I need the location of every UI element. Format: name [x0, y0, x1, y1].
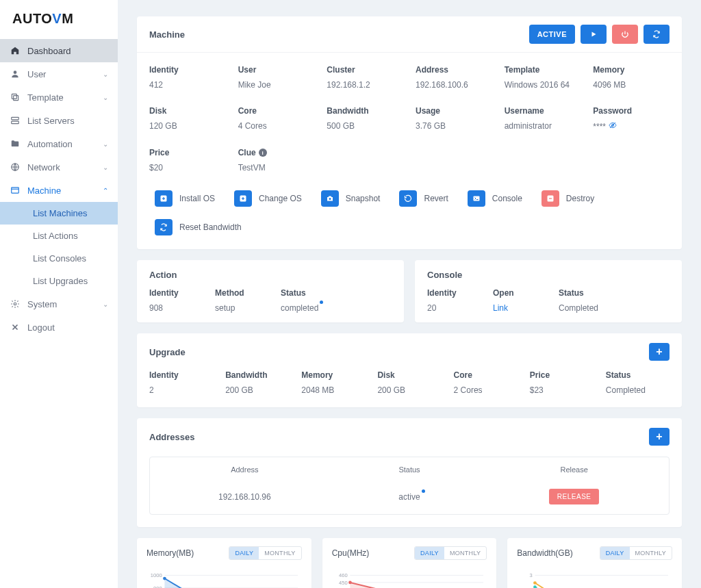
chart-range-toggle[interactable]: DAILYMONTHLY: [600, 546, 672, 560]
action-reset-bandwidth[interactable]: Reset Bandwidth: [155, 219, 242, 235]
chart-range-toggle[interactable]: DAILYMONTHLY: [229, 546, 301, 560]
action-install-os[interactable]: Install OS: [155, 190, 215, 207]
eye-icon[interactable]: [608, 122, 617, 131]
sidebar: AUTOVM Dashboard User ⌄ Template ⌄ List …: [0, 0, 118, 588]
prop-user-value: Mike Joe: [238, 80, 315, 90]
prop-memory-value: 4096 MB: [593, 80, 670, 90]
svg-text:450: 450: [339, 580, 348, 586]
refresh-button[interactable]: [643, 25, 670, 44]
prop-cluster-label: Cluster: [327, 65, 403, 75]
svg-rect-1: [14, 96, 18, 101]
window-icon: [10, 185, 21, 196]
plus-icon: [155, 190, 173, 207]
svg-text:800: 800: [153, 585, 162, 588]
action-change-os[interactable]: Change OS: [234, 190, 302, 207]
prop-disk-value: 120 GB: [149, 121, 226, 131]
subnav-list-consoles[interactable]: List Consoles: [0, 247, 118, 270]
prop-bandwidth-value: 500 GB: [327, 121, 403, 131]
nav-dashboard[interactable]: Dashboard: [0, 39, 118, 62]
chevron-down-icon: ⌄: [103, 301, 108, 308]
nav-system[interactable]: System ⌄: [0, 292, 118, 316]
prop-core-value: 4 Cores: [238, 121, 315, 131]
prop-core-label: Core: [238, 106, 315, 116]
addresses-title: Addresses: [149, 432, 194, 442]
copy-icon: [10, 92, 21, 103]
add-upgrade-button[interactable]: +: [649, 343, 670, 361]
address-row: 192.168.10.96 active RELEASE: [150, 482, 669, 514]
svg-text:1000: 1000: [151, 572, 162, 578]
nav-machine[interactable]: Machine ⌃: [0, 179, 118, 202]
server-icon: [10, 115, 21, 126]
chevron-down-icon: ⌄: [103, 140, 108, 148]
chevron-up-icon: ⌃: [103, 187, 108, 194]
action-snapshot[interactable]: Snapshot: [321, 190, 381, 207]
chart-range-toggle[interactable]: DAILYMONTHLY: [414, 546, 487, 560]
prop-price-label: Price: [149, 148, 226, 157]
status-active-button[interactable]: ACTIVE: [529, 25, 575, 44]
machine-card: Machine ACTIVE Identity412 UserMike Joe …: [137, 16, 682, 249]
prop-usage-value: 3.76 GB: [416, 121, 492, 131]
console-link[interactable]: Link: [493, 303, 508, 313]
svg-point-76: [533, 581, 537, 585]
nav-label: Network: [27, 162, 60, 172]
prop-identity-label: Identity: [149, 65, 226, 75]
logo: AUTOVM: [0, 11, 118, 39]
prop-disk-label: Disk: [149, 106, 226, 116]
address-value: 192.168.10.96: [162, 492, 327, 502]
nav-label: Automation: [27, 139, 73, 149]
svg-rect-2: [12, 94, 16, 99]
prop-template-label: Template: [505, 65, 581, 75]
chart-memory: Memory(MB) DAILYMONTHLY 2004006008001000…: [137, 538, 311, 588]
svg-point-52: [348, 581, 352, 585]
svg-rect-3: [12, 117, 19, 120]
subnav-list-upgrades[interactable]: List Upgrades: [0, 270, 118, 292]
power-button[interactable]: [612, 25, 638, 44]
release-button[interactable]: RELEASE: [549, 489, 600, 504]
chart-bandwidth: Bandwidth(GB) DAILYMONTHLY 01231234 Sent…: [507, 538, 682, 588]
prop-clue-label: Cluei: [238, 148, 315, 157]
nav-automation[interactable]: Automation ⌄: [0, 132, 118, 155]
action-console[interactable]: Console: [468, 190, 522, 207]
nav-network[interactable]: Network ⌄: [0, 155, 118, 179]
svg-point-28: [163, 577, 166, 580]
user-icon: [10, 68, 21, 79]
add-address-button[interactable]: +: [649, 428, 670, 446]
subnav-list-actions[interactable]: List Actions: [0, 225, 118, 247]
prop-template-value: Windows 2016 64: [505, 80, 581, 90]
address-status: active: [398, 492, 420, 502]
info-icon[interactable]: i: [259, 149, 267, 157]
svg-rect-12: [473, 196, 479, 201]
nav-label: Template: [27, 92, 64, 103]
action-destroy[interactable]: Destroy: [541, 190, 594, 207]
nav-user[interactable]: User ⌄: [0, 62, 118, 86]
logo-text-3: M: [62, 11, 73, 26]
action-panel-title: Action: [149, 270, 392, 280]
home-icon: [10, 45, 21, 56]
chart-memory-title: Memory(MB): [146, 548, 194, 558]
nav-template[interactable]: Template ⌄: [0, 86, 118, 109]
svg-point-7: [14, 303, 16, 305]
nav-list-servers[interactable]: List Servers: [0, 109, 118, 132]
main-content: Machine ACTIVE Identity412 UserMike Joe …: [118, 0, 701, 588]
chart-bandwidth-title: Bandwidth(GB): [517, 548, 572, 558]
logo-text-2: V: [52, 11, 62, 26]
svg-rect-6: [12, 188, 19, 193]
action-panel: Action Identity908 Methodsetup Statuscom…: [137, 260, 404, 322]
chevron-down-icon: ⌄: [103, 164, 108, 171]
subnav-list-machines[interactable]: List Machines: [0, 202, 118, 225]
action-revert[interactable]: Revert: [399, 190, 448, 207]
nav-label: System: [27, 299, 57, 309]
prop-usage-label: Usage: [416, 106, 492, 116]
camera-icon: [321, 190, 339, 207]
plus-icon: [234, 190, 252, 207]
play-button[interactable]: [581, 25, 607, 44]
prop-username-value: administrator: [505, 121, 581, 131]
svg-point-11: [329, 198, 331, 200]
nav-label: Dashboard: [27, 46, 71, 56]
machine-card-title: Machine: [149, 29, 185, 40]
refresh-icon: [155, 219, 173, 235]
gear-icon: [10, 298, 21, 309]
nav-logout[interactable]: Logout: [0, 316, 118, 339]
col-release: Release: [492, 465, 657, 474]
nav-label: User: [27, 69, 46, 79]
